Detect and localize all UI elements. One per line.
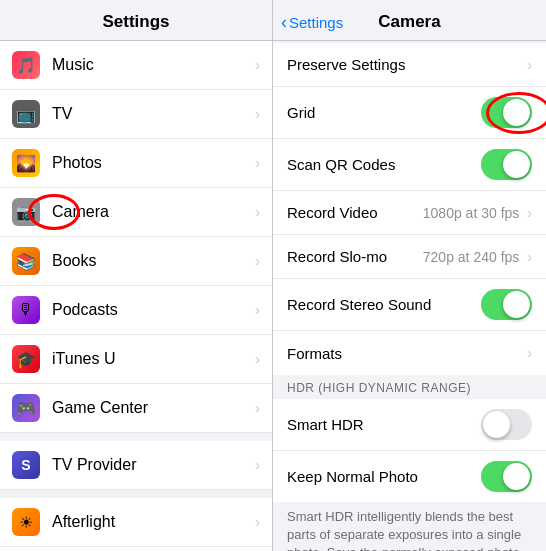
left-panel: Settings 🎵 Music › 📺 TV › 🌄 Photos › 📷 C…: [0, 0, 273, 551]
camera-chevron-icon: ›: [255, 204, 260, 220]
afterlight-label: Afterlight: [52, 513, 251, 531]
recordslomo-chevron-icon: ›: [527, 249, 532, 265]
scanqr-label: Scan QR Codes: [287, 156, 481, 173]
sidebar-item-books[interactable]: 📚 Books ›: [0, 237, 272, 286]
left-panel-header: Settings: [0, 0, 272, 41]
music-icon: 🎵: [12, 51, 40, 79]
smarthdr-toggle-knob: [483, 411, 510, 438]
back-button[interactable]: ‹ Settings: [281, 12, 343, 33]
books-chevron-icon: ›: [255, 253, 260, 269]
recordslomo-value: 720p at 240 fps: [423, 249, 520, 265]
recordstereo-item[interactable]: Record Stereo Sound: [273, 279, 546, 331]
gamecenter-icon: 🎮: [12, 394, 40, 422]
tvprovider-label: TV Provider: [52, 456, 251, 474]
photos-chevron-icon: ›: [255, 155, 260, 171]
recordstereo-toggle[interactable]: [481, 289, 532, 320]
afterlight-icon: ☀: [12, 508, 40, 536]
camera-settings-section: Preserve Settings › Grid Scan QR Codes R…: [273, 43, 546, 375]
smarthdr-item[interactable]: Smart HDR: [273, 399, 546, 451]
music-label: Music: [52, 56, 251, 74]
sidebar-item-gamecenter[interactable]: 🎮 Game Center ›: [0, 384, 272, 433]
books-icon: 📚: [12, 247, 40, 275]
keepnormal-label: Keep Normal Photo: [287, 468, 481, 485]
right-panel: ‹ Settings Camera Preserve Settings › Gr…: [273, 0, 546, 551]
gamecenter-label: Game Center: [52, 399, 251, 417]
back-chevron-icon: ‹: [281, 12, 287, 33]
sidebar-item-camera[interactable]: 📷 Camera ›: [0, 188, 272, 237]
formats-item[interactable]: Formats ›: [273, 331, 546, 375]
photos-icon: 🌄: [12, 149, 40, 177]
sidebar-item-tvprovider[interactable]: S TV Provider ›: [0, 441, 272, 490]
sidebar-item-photos[interactable]: 🌄 Photos ›: [0, 139, 272, 188]
right-header: ‹ Settings Camera: [273, 0, 546, 41]
keepnormal-toggle[interactable]: [481, 461, 532, 492]
scanqr-toggle[interactable]: [481, 149, 532, 180]
smarthdr-label: Smart HDR: [287, 416, 481, 433]
scanqr-toggle-knob: [503, 151, 530, 178]
sidebar-item-podcasts[interactable]: 🎙 Podcasts ›: [0, 286, 272, 335]
recordstereo-toggle-knob: [503, 291, 530, 318]
camera-highlight-circle: [28, 194, 80, 230]
gamecenter-chevron-icon: ›: [255, 400, 260, 416]
sidebar-item-tv[interactable]: 📺 TV ›: [0, 90, 272, 139]
grid-toggle[interactable]: [481, 97, 532, 128]
afterlight-chevron-icon: ›: [255, 514, 260, 530]
preserve-label: Preserve Settings: [287, 56, 523, 73]
sidebar-item-music[interactable]: 🎵 Music ›: [0, 41, 272, 90]
recordslomo-label: Record Slo-mo: [287, 248, 423, 265]
keepnormal-item[interactable]: Keep Normal Photo: [273, 451, 546, 502]
grid-label: Grid: [287, 104, 481, 121]
camera-label: Camera: [52, 203, 251, 221]
preserve-settings-item[interactable]: Preserve Settings ›: [273, 43, 546, 87]
hdr-section-label: HDR (HIGH DYNAMIC RANGE): [273, 375, 546, 399]
itunes-icon: 🎓: [12, 345, 40, 373]
hdr-description: Smart HDR intelligently blends the best …: [273, 502, 546, 551]
preserve-chevron-icon: ›: [527, 57, 532, 73]
sidebar-item-airbrush[interactable]: ✦ AirBrush ›: [0, 547, 272, 551]
books-label: Books: [52, 252, 251, 270]
tv-label: TV: [52, 105, 251, 123]
tvprovider-chevron-icon: ›: [255, 457, 260, 473]
back-label: Settings: [289, 14, 343, 31]
itunes-label: iTunes U: [52, 350, 251, 368]
recordvideo-value: 1080p at 30 fps: [423, 205, 520, 221]
photos-label: Photos: [52, 154, 251, 172]
podcasts-icon: 🎙: [12, 296, 40, 324]
grid-item[interactable]: Grid: [273, 87, 546, 139]
grid-toggle-knob: [503, 99, 530, 126]
keepnormal-toggle-knob: [503, 463, 530, 490]
music-chevron-icon: ›: [255, 57, 260, 73]
podcasts-chevron-icon: ›: [255, 302, 260, 318]
recordvideo-label: Record Video: [287, 204, 423, 221]
podcasts-label: Podcasts: [52, 301, 251, 319]
recordslomo-item[interactable]: Record Slo-mo 720p at 240 fps ›: [273, 235, 546, 279]
tvprovider-icon: S: [12, 451, 40, 479]
tv-icon: 📺: [12, 100, 40, 128]
smarthdr-toggle[interactable]: [481, 409, 532, 440]
tv-chevron-icon: ›: [255, 106, 260, 122]
recordstereo-label: Record Stereo Sound: [287, 296, 481, 313]
scanqr-item[interactable]: Scan QR Codes: [273, 139, 546, 191]
recordvideo-item[interactable]: Record Video 1080p at 30 fps ›: [273, 191, 546, 235]
hdr-section: Smart HDR Keep Normal Photo: [273, 399, 546, 502]
formats-label: Formats: [287, 345, 523, 362]
sidebar-item-afterlight[interactable]: ☀ Afterlight ›: [0, 498, 272, 547]
itunes-chevron-icon: ›: [255, 351, 260, 367]
recordvideo-chevron-icon: ›: [527, 205, 532, 221]
settings-list: 🎵 Music › 📺 TV › 🌄 Photos › 📷 Camera › 📚…: [0, 41, 272, 551]
formats-chevron-icon: ›: [527, 345, 532, 361]
sidebar-item-itunes[interactable]: 🎓 iTunes U ›: [0, 335, 272, 384]
